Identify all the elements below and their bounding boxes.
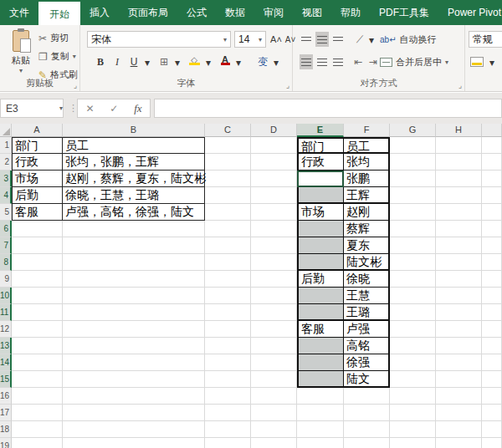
cell-G8[interactable] <box>390 254 436 271</box>
row-header-18[interactable]: 18 <box>0 421 12 438</box>
cell-H1[interactable] <box>436 137 482 154</box>
tab-审阅[interactable]: 审阅 <box>254 0 293 25</box>
cell-F7[interactable]: 夏东 <box>344 237 390 254</box>
cell-D6[interactable] <box>251 221 297 237</box>
cell-A11[interactable] <box>12 304 63 321</box>
cell-C12[interactable] <box>205 321 251 338</box>
cell-E6[interactable] <box>297 221 344 237</box>
cell-I10[interactable] <box>482 288 502 304</box>
tab-文件[interactable]: 文件 <box>0 0 38 25</box>
row-header-8[interactable]: 8 <box>0 254 12 271</box>
formula-input[interactable] <box>154 99 502 118</box>
name-box[interactable]: E3 ▾ <box>0 99 64 118</box>
align-middle-button[interactable] <box>315 32 329 47</box>
row-header-9[interactable]: 9 <box>0 271 12 288</box>
cell-E13[interactable] <box>297 338 344 354</box>
cell-I7[interactable] <box>482 237 502 254</box>
cell-I3[interactable] <box>482 171 502 187</box>
cell-I5[interactable] <box>482 204 502 221</box>
orientation-dropdown[interactable]: ▾ <box>365 33 378 48</box>
cell-F8[interactable]: 陆文彬 <box>344 254 390 271</box>
align-left-button[interactable] <box>300 54 313 69</box>
cell-A10[interactable] <box>12 288 63 304</box>
cell-D8[interactable] <box>251 254 297 271</box>
cell-B3[interactable]: 赵刚，蔡辉，夏东，陆文彬 <box>63 171 205 187</box>
align-center-button[interactable] <box>315 54 329 69</box>
cell-F11[interactable]: 王璐 <box>344 304 390 321</box>
accounting-format-dropdown[interactable]: ▾ <box>485 55 499 70</box>
cell-H16[interactable] <box>436 388 482 405</box>
select-all-button[interactable] <box>0 124 12 137</box>
cell-D5[interactable] <box>251 204 297 221</box>
cell-D15[interactable] <box>251 371 297 388</box>
cell-I14[interactable] <box>482 354 502 371</box>
decrease-indent-button[interactable]: ⇤ <box>351 54 365 69</box>
row-header-13[interactable]: 13 <box>0 338 12 354</box>
cell-F16[interactable] <box>344 388 390 405</box>
cell-C7[interactable] <box>205 237 251 254</box>
row-header-5[interactable]: 5 <box>0 204 12 221</box>
cell-H11[interactable] <box>436 304 482 321</box>
cell-G17[interactable] <box>390 405 436 421</box>
tab-视图[interactable]: 视图 <box>293 0 331 25</box>
cell-C13[interactable] <box>205 338 251 354</box>
cell-F13[interactable]: 高铭 <box>344 338 390 354</box>
font-color-dropdown[interactable]: ▾ <box>232 55 245 70</box>
tab-帮助[interactable]: 帮助 <box>331 0 370 25</box>
cell-D14[interactable] <box>251 354 297 371</box>
row-header-7[interactable]: 7 <box>0 237 12 254</box>
row-header-2[interactable]: 2 <box>0 154 12 171</box>
confirm-icon[interactable]: ✓ <box>110 103 118 115</box>
cell-I15[interactable] <box>482 371 502 388</box>
cell-B5[interactable]: 卢强，高铭，徐强，陆文 <box>63 204 205 221</box>
cell-D3[interactable] <box>251 171 297 187</box>
cut-button[interactable]: ✂ 剪切 <box>38 32 69 44</box>
row-header-1[interactable]: 1 <box>0 137 12 154</box>
cell-F1[interactable]: 员工 <box>344 137 390 154</box>
cell-F12[interactable]: 卢强 <box>344 321 390 338</box>
increase-font-size-button[interactable]: A˄ <box>269 32 283 47</box>
cell-H17[interactable] <box>436 405 482 421</box>
row-header-11[interactable]: 11 <box>0 304 12 321</box>
cell-H6[interactable] <box>436 221 482 237</box>
row-header-17[interactable]: 17 <box>0 405 12 421</box>
wrap-text-button[interactable]: ab↵ 自动换行 <box>380 33 437 46</box>
cell-I8[interactable] <box>482 254 502 271</box>
font-name-combobox[interactable]: 宋体 ▾ <box>87 31 231 48</box>
cell-A9[interactable] <box>12 271 63 288</box>
cell-A5[interactable]: 客服 <box>12 204 63 221</box>
cell-B11[interactable] <box>63 304 205 321</box>
cell-A16[interactable] <box>12 388 63 405</box>
cell-A14[interactable] <box>12 354 63 371</box>
tab-PDF工具集[interactable]: PDF工具集 <box>370 0 438 25</box>
cell-G5[interactable] <box>390 204 436 221</box>
col-header-C[interactable]: C <box>205 124 251 137</box>
cell-C11[interactable] <box>205 304 251 321</box>
cell-C1[interactable] <box>205 137 251 154</box>
cell-E5[interactable]: 市场 <box>297 204 344 221</box>
cell-E14[interactable] <box>297 354 344 371</box>
align-bottom-button[interactable] <box>331 32 345 47</box>
cell-A17[interactable] <box>12 405 63 421</box>
cell-F4[interactable]: 王辉 <box>344 187 390 204</box>
cell-D12[interactable] <box>251 321 297 338</box>
cell-G2[interactable] <box>390 154 436 171</box>
insert-function-icon[interactable]: fx <box>134 102 141 115</box>
row-header-4[interactable]: 4 <box>0 187 12 204</box>
cancel-icon[interactable]: ✕ <box>85 103 94 115</box>
cell-D11[interactable] <box>251 304 297 321</box>
cell-G6[interactable] <box>390 221 436 237</box>
cell-B6[interactable] <box>63 221 205 237</box>
cell-H4[interactable] <box>436 187 482 204</box>
cell-A8[interactable] <box>12 254 63 271</box>
cell-C4[interactable] <box>205 187 251 204</box>
number-format-combobox[interactable]: 常规 <box>469 31 502 48</box>
cell-D7[interactable] <box>251 237 297 254</box>
cell-H14[interactable] <box>436 354 482 371</box>
row-header-6[interactable]: 6 <box>0 221 12 237</box>
col-header-G[interactable]: G <box>390 124 436 137</box>
cell-G19[interactable] <box>390 438 436 448</box>
cell-I17[interactable] <box>482 405 502 421</box>
cell-H12[interactable] <box>436 321 482 338</box>
font-size-combobox[interactable]: 14 ▾ <box>234 31 266 48</box>
